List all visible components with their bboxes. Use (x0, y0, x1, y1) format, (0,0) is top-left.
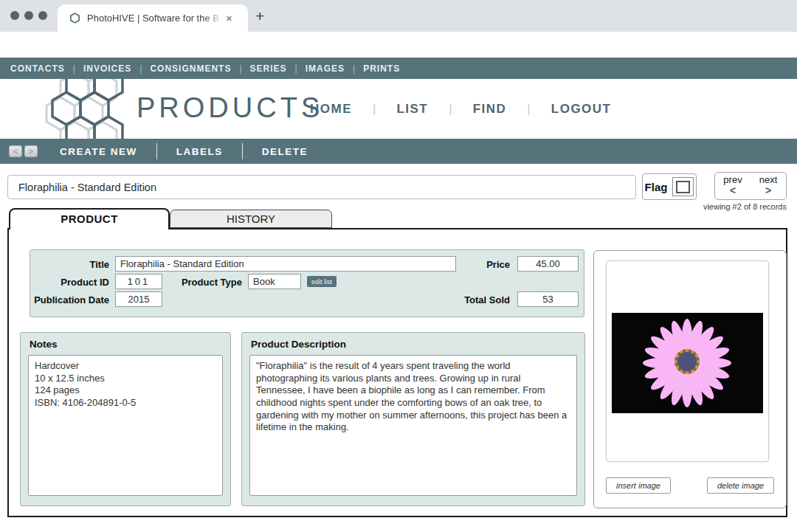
browser-tab[interactable]: PhotoHIVE | Software for the B × (58, 4, 248, 32)
menu-separator: | (373, 102, 376, 117)
toolbar-separator (156, 143, 157, 159)
record-back-button[interactable]: < (9, 145, 22, 157)
menu-find[interactable]: FIND (473, 102, 507, 117)
next-record-button[interactable]: next > (751, 173, 786, 199)
price-label: Price (436, 259, 510, 270)
window-maximize-dot[interactable] (38, 11, 47, 20)
delete-image-button[interactable]: delete image (707, 477, 774, 494)
flower-image (612, 313, 763, 413)
product-type-input[interactable] (248, 274, 301, 289)
page-header: PRODUCTS HOME | LIST | FIND | LOGOUT (0, 79, 797, 139)
photohive-logo (44, 79, 140, 139)
browser-top-bar: PhotoHIVE | Software for the B × + (0, 0, 797, 32)
nav-separator: | (239, 63, 241, 74)
window-close-dot[interactable] (10, 11, 19, 20)
delete-button[interactable]: DELETE (262, 146, 308, 157)
tab-title: PhotoHIVE | Software for the B (87, 13, 224, 24)
prev-label: prev (723, 175, 742, 185)
notes-label: Notes (30, 339, 58, 350)
nav-separator: | (295, 63, 297, 74)
nav-prints[interactable]: PRINTS (363, 63, 400, 74)
product-id-label: Product ID (30, 277, 109, 288)
total-sold-input[interactable] (517, 291, 579, 307)
flag-group: Flag (642, 173, 697, 200)
record-forward-button[interactable]: > (24, 145, 38, 157)
create-new-button[interactable]: CREATE NEW (60, 146, 137, 157)
record-count-status: viewing #2 of 8 records (639, 202, 787, 211)
record-nav-buttons: < > (9, 145, 38, 157)
description-panel: Product Description "Floraphilia" is the… (241, 332, 585, 506)
price-input[interactable] (517, 256, 579, 272)
notes-panel: Notes Hardcover 10 x 12.5 inches 124 pag… (20, 332, 231, 506)
edit-list-button[interactable]: edit list (307, 276, 337, 287)
module-nav-bar: CONTACTS | INVOICES | CONSIGNMENTS | SER… (0, 58, 797, 79)
header-menu: HOME | LIST | FIND | LOGOUT (310, 79, 612, 139)
publication-date-label: Publication Date (30, 294, 109, 305)
title-label: Title (30, 259, 109, 270)
action-toolbar: < > CREATE NEW LABELS DELETE (0, 139, 797, 164)
product-type-label: Product Type (174, 277, 242, 288)
product-id-input[interactable] (115, 274, 162, 289)
page-title: PRODUCTS (137, 92, 323, 124)
menu-separator: | (527, 102, 530, 117)
nav-images[interactable]: IMAGES (306, 63, 345, 74)
nav-series[interactable]: SERIES (250, 63, 287, 74)
flag-label: Flag (645, 181, 668, 193)
tab-close-icon[interactable]: × (226, 12, 232, 24)
product-form-panel: Title Product ID Publication Date Produc… (30, 249, 584, 317)
menu-separator: | (449, 102, 452, 117)
prev-arrow-icon: < (730, 185, 736, 196)
nav-consignments[interactable]: CONSIGNMENTS (150, 63, 231, 74)
menu-logout[interactable]: LOGOUT (551, 102, 612, 117)
labels-button[interactable]: LABELS (176, 146, 223, 157)
nav-contacts[interactable]: CONTACTS (10, 63, 65, 74)
flag-checkbox[interactable] (672, 177, 694, 196)
toolbar-separator (242, 143, 243, 159)
total-sold-label: Total Sold (436, 294, 510, 305)
nav-separator: | (73, 63, 75, 74)
next-label: next (759, 175, 778, 185)
title-input[interactable] (115, 256, 456, 272)
tab-product[interactable]: PRODUCT (9, 208, 170, 229)
browser-url-bar: ← → ↻ ⌂ https://photohive.buzz (0, 32, 797, 58)
menu-list[interactable]: LIST (396, 102, 428, 117)
tab-history[interactable]: HISTORY (170, 210, 332, 228)
flag-checkbox-inner (676, 181, 690, 193)
new-tab-button[interactable]: + (255, 9, 264, 24)
window-minimize-dot[interactable] (24, 11, 33, 20)
product-detail-panel: Title Product ID Publication Date Produc… (7, 228, 787, 517)
description-textarea[interactable]: "Floraphilia" is the result of 4 years s… (249, 355, 577, 496)
insert-image-button[interactable]: insert image (606, 477, 671, 494)
publication-date-input[interactable] (115, 291, 162, 307)
nav-invoices[interactable]: INVOICES (83, 63, 131, 74)
nav-separator: | (353, 63, 355, 74)
window-controls[interactable] (10, 11, 47, 20)
record-title-input[interactable] (7, 175, 636, 199)
description-label: Product Description (251, 339, 346, 350)
image-panel: insert image delete image (593, 250, 787, 508)
prev-record-button[interactable]: prev < (715, 173, 751, 199)
record-pager: prev < next > (714, 172, 787, 200)
hexagon-favicon-icon (69, 13, 80, 24)
notes-textarea[interactable]: Hardcover 10 x 12.5 inches 124 pages ISB… (28, 355, 223, 496)
next-arrow-icon: > (765, 185, 771, 196)
product-image-frame (606, 260, 769, 462)
nav-separator: | (139, 63, 142, 74)
menu-home[interactable]: HOME (310, 102, 352, 117)
